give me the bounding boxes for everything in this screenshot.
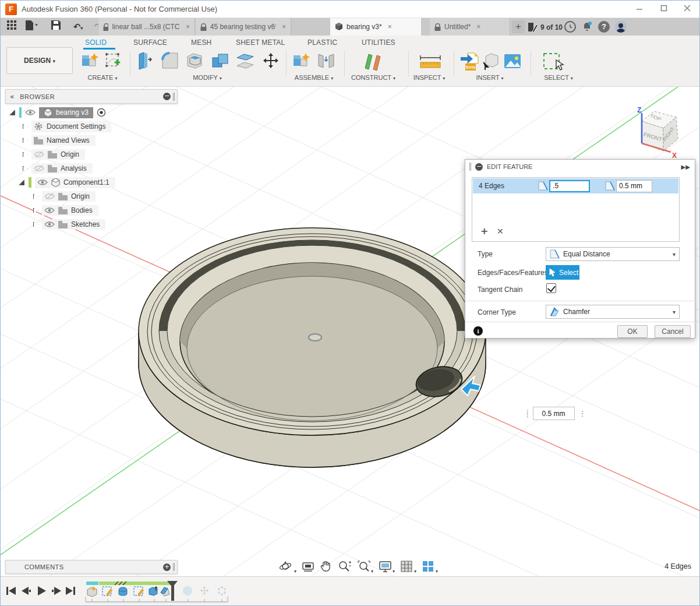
- eye-icon[interactable]: [44, 207, 55, 214]
- viewports-button[interactable]: ▾: [422, 560, 438, 575]
- ok-button[interactable]: OK: [617, 325, 648, 338]
- group-modify[interactable]: MODIFY ▾: [181, 74, 234, 81]
- browser-row-named-views[interactable]: Named Views: [23, 134, 96, 147]
- expand-icon[interactable]: [23, 124, 28, 129]
- dialog-grip[interactable]: [469, 163, 471, 171]
- job-status-button[interactable]: [564, 21, 576, 33]
- dialog-expand-icon[interactable]: ▶▶: [681, 164, 690, 170]
- combine-button[interactable]: [211, 52, 231, 73]
- construct-plane-button[interactable]: [362, 52, 385, 74]
- tab-surface[interactable]: SURFACE: [133, 38, 167, 47]
- cancel-button[interactable]: Cancel: [655, 325, 691, 338]
- save-version-indicator[interactable]: 9 of 10: [528, 22, 563, 32]
- undo-button[interactable]: ↶▾: [72, 20, 84, 33]
- browser-row-component1[interactable]: Component1:1: [18, 176, 115, 189]
- edge-set-row[interactable]: 4 Edges: [473, 178, 678, 193]
- orbit-button[interactable]: ▾: [279, 560, 296, 575]
- eye-icon[interactable]: [25, 109, 36, 116]
- collapse-browser-icon[interactable]: «: [10, 93, 14, 101]
- tab-mesh[interactable]: MESH: [191, 38, 211, 47]
- create-sketch-button[interactable]: [104, 52, 124, 73]
- assemble-new-component-button[interactable]: [292, 52, 310, 73]
- add-edge-set-button[interactable]: +: [480, 226, 488, 237]
- workspace-switcher[interactable]: DESIGN ▾: [6, 47, 73, 74]
- document-tab-1[interactable]: linear ball ...5x8 (CTC) v2 ×: [98, 18, 195, 36]
- tab-utilities[interactable]: UTILITIES: [362, 38, 395, 47]
- browser-row-sketches[interactable]: Sketches: [33, 218, 105, 231]
- go-to-end-button[interactable]: [66, 587, 75, 595]
- group-construct[interactable]: CONSTRUCT ▾: [347, 74, 400, 81]
- step-forward-button[interactable]: [52, 587, 61, 595]
- group-select[interactable]: SELECT ▾: [535, 74, 582, 81]
- shell-button[interactable]: [186, 52, 206, 73]
- browser-row-component-origin[interactable]: Origin: [33, 190, 96, 203]
- expand-icon[interactable]: [23, 166, 28, 171]
- move-copy-button[interactable]: [261, 52, 281, 74]
- expand-icon[interactable]: [23, 152, 28, 157]
- expand-icon[interactable]: [33, 194, 38, 199]
- expand-icon[interactable]: [33, 208, 38, 213]
- measure-button[interactable]: [419, 54, 442, 72]
- split-body-button[interactable]: [236, 52, 254, 73]
- root-label-box[interactable]: bearing v3: [39, 107, 93, 118]
- minimize-button[interactable]: [631, 4, 648, 15]
- timeline-feature-chamfer[interactable]: [161, 587, 169, 596]
- grid-settings-button[interactable]: ▾: [400, 560, 416, 575]
- browser-row-analysis[interactable]: Analysis: [23, 162, 93, 175]
- tab-close-icon[interactable]: ×: [186, 23, 190, 31]
- zoom-button[interactable]: [338, 560, 352, 575]
- dialog-collapse-icon[interactable]: −: [475, 163, 483, 171]
- tab-solid[interactable]: SOLID: [85, 38, 107, 47]
- tangent-chain-checkbox[interactable]: [546, 283, 556, 293]
- fit-button[interactable]: ▾: [357, 560, 373, 575]
- activate-component-radio[interactable]: [97, 108, 106, 117]
- browser-display-settings-icon[interactable]: −: [163, 93, 171, 100]
- group-inspect[interactable]: INSPECT ▾: [405, 74, 453, 81]
- browser-row-bodies[interactable]: Bodies: [33, 204, 98, 217]
- timeline-track[interactable]: [81, 580, 238, 605]
- group-assemble[interactable]: ASSEMBLE ▾: [289, 74, 339, 81]
- drag-handle-icon[interactable]: ⁞⁞: [526, 410, 529, 418]
- expand-icon[interactable]: [33, 222, 38, 227]
- press-pull-button[interactable]: [137, 52, 154, 73]
- document-tab-2[interactable]: 45 bearing testing v6* ×: [196, 18, 291, 36]
- eye-off-icon[interactable]: [34, 151, 44, 158]
- select-edges-button[interactable]: Select: [546, 265, 579, 280]
- display-settings-button[interactable]: ▾: [379, 560, 395, 575]
- browser-grip[interactable]: [173, 93, 175, 101]
- tab-close-icon[interactable]: ×: [282, 23, 286, 31]
- joint-button[interactable]: [316, 52, 336, 73]
- timeline-feature-extrude[interactable]: [149, 587, 157, 596]
- expand-icon[interactable]: [23, 138, 28, 143]
- expand-collapse-icon[interactable]: [9, 110, 15, 115]
- timeline-feature-form[interactable]: [119, 587, 127, 596]
- save-button[interactable]: [50, 20, 62, 33]
- tab-close-icon[interactable]: ×: [476, 23, 480, 31]
- chamfer-distance-mm-input[interactable]: [616, 180, 652, 192]
- eye-icon[interactable]: [44, 221, 55, 228]
- eye-off-icon[interactable]: [44, 193, 55, 200]
- group-insert[interactable]: INSERT ▾: [466, 74, 513, 81]
- timeline-playback-controls[interactable]: [5, 585, 75, 598]
- group-create[interactable]: CREATE ▾: [76, 74, 129, 81]
- expand-collapse-icon[interactable]: [19, 179, 24, 185]
- browser-row-document-settings[interactable]: Document Settings: [23, 120, 111, 133]
- type-dropdown[interactable]: Equal Distance ▾: [546, 247, 680, 261]
- maximize-button[interactable]: [655, 4, 673, 15]
- app-grid-menu-button[interactable]: [5, 20, 18, 33]
- tab-plastic[interactable]: PLASTIC: [307, 38, 337, 47]
- corner-type-dropdown[interactable]: Chamfer ▾: [546, 305, 680, 319]
- kebab-menu-icon[interactable]: ⋮: [579, 409, 586, 418]
- dialog-header[interactable]: − EDIT FEATURE ▶▶: [465, 160, 695, 174]
- browser-header[interactable]: « BROWSER −: [5, 89, 178, 104]
- undo-dropdown-icon[interactable]: ▾: [80, 26, 83, 31]
- document-tab-active[interactable]: bearing v3* ×: [330, 18, 421, 36]
- pan-button[interactable]: [320, 560, 333, 575]
- tab-close-icon[interactable]: ×: [388, 23, 392, 31]
- select-tool-button[interactable]: [542, 52, 565, 74]
- bearing-model[interactable]: [139, 228, 486, 467]
- add-comment-icon[interactable]: +: [163, 563, 171, 571]
- notifications-button[interactable]: [581, 21, 593, 33]
- insert-mesh-button[interactable]: [482, 52, 500, 73]
- viewcube[interactable]: TOP FRONT RIGHT Z X: [637, 106, 678, 160]
